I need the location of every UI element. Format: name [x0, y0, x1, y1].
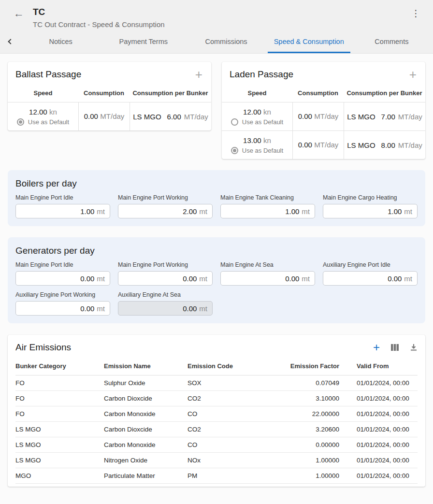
radio-checked-icon[interactable] — [17, 118, 24, 126]
col-header-emission-code: Emission Code — [188, 357, 279, 375]
speed-cell[interactable]: 12.00 kn Use as Default — [222, 102, 292, 130]
table-row[interactable]: LS MGO Carbon Dioxcide CO2 3.20600 01/01… — [15, 422, 418, 437]
col-header-speed: Speed — [222, 89, 292, 97]
gen-main-engine-port-idle-input[interactable]: 0.00mt — [15, 271, 110, 286]
back-arrow-icon[interactable]: ← — [14, 8, 24, 19]
use-as-default-radio[interactable]: Use as Default — [17, 118, 69, 126]
field-gen-main-engine-at-sea: Main Engine At Sea 0.00mt — [220, 261, 315, 286]
tab-bar: Notices Payment Terms Commissions Speed … — [0, 30, 433, 53]
col-header-emission-factor: Emission Factor — [279, 357, 339, 375]
laden-passage-card: Laden Passage + Speed Consumption Consum… — [222, 62, 425, 159]
field-boilers-main-engine-port-idle: Main Engine Port Idle 1.00mt — [15, 194, 110, 218]
generators-per-day-section: Generators per day Main Engine Port Idle… — [8, 237, 425, 323]
page-subtitle: TC Out Contract - Speed & Consumption — [33, 20, 408, 29]
laden-passage-title: Laden Passage — [230, 69, 293, 80]
use-as-default-radio[interactable]: Use as Default — [231, 147, 283, 154]
gen-main-engine-port-working-input[interactable]: 0.00mt — [118, 271, 213, 286]
table-row[interactable]: FO Carbon Monoxide CO 22.00000 01/01/202… — [15, 406, 418, 422]
col-header-consumption-per-bunker: Consumption per Bunker — [130, 89, 211, 97]
ballast-passage-title: Ballast Passage — [15, 69, 81, 80]
field-gen-auxiliary-engine-port-idle: Auxiliary Engine Port Idle 0.00mt — [323, 261, 418, 286]
tab-commissions[interactable]: Commissions — [185, 30, 267, 53]
field-gen-auxiliary-engine-port-working: Auxiliary Engine Port Working 0.00mt — [15, 291, 110, 316]
chevron-left-icon — [8, 39, 13, 44]
tab-notices[interactable]: Notices — [19, 30, 102, 53]
col-header-valid-from: Valid From — [339, 357, 418, 375]
col-header-consumption-per-bunker: Consumption per Bunker — [344, 89, 425, 97]
tab-comments[interactable]: Comments — [350, 30, 433, 53]
laden-row-1: 12.00 kn Use as Default 0.00 MT/day — [222, 102, 425, 130]
consumption-per-bunker-cell[interactable]: LS MGO 8.00 MT/day — [344, 131, 425, 159]
boilers-title: Boilers per day — [15, 178, 418, 189]
column-settings-icon[interactable] — [390, 344, 399, 351]
boilers-main-engine-cargo-heating-input[interactable]: 1.00mt — [323, 204, 418, 218]
table-row[interactable]: FO Sulphur Oxide SOX 0.07049 01/01/2024,… — [15, 375, 418, 391]
field-boilers-main-engine-port-working: Main Engine Port Working 2.00mt — [118, 194, 213, 218]
add-emission-icon[interactable]: + — [373, 342, 380, 353]
field-boilers-main-engine-tank-cleaning: Main Engine Tank Cleaning 1.00mt — [220, 194, 315, 218]
field-boilers-main-engine-cargo-heating: Main Engine Cargo Heating 1.00mt — [323, 194, 418, 218]
gen-main-engine-at-sea-input[interactable]: 0.00mt — [220, 271, 315, 286]
table-row[interactable]: FO Carbon Dioxcide CO2 3.10000 01/01/202… — [15, 391, 418, 406]
col-header-bunker-category: Bunker Category — [15, 357, 104, 375]
consumption-cell[interactable]: 0.00 MT/day — [292, 131, 344, 159]
col-header-emission-name: Emission Name — [104, 357, 188, 375]
consumption-cell[interactable]: 0.00 MT/day — [78, 102, 130, 130]
air-emissions-title: Air Emissions — [15, 342, 71, 353]
speed-cell[interactable]: 12.00 kn Use as Default — [8, 102, 78, 130]
download-icon[interactable] — [410, 344, 418, 351]
ballast-passage-card: Ballast Passage + Speed Consumption Cons… — [8, 62, 211, 130]
app-bar: ← TC TC Out Contract - Speed & Consumpti… — [0, 0, 433, 30]
field-gen-main-engine-port-idle: Main Engine Port Idle 0.00mt — [15, 261, 110, 286]
col-header-speed: Speed — [8, 89, 78, 97]
boilers-main-engine-port-idle-input[interactable]: 1.00mt — [15, 204, 110, 218]
ballast-passage-table: Speed Consumption Consumption per Bunker… — [8, 82, 211, 130]
top-bar: ← TC TC Out Contract - Speed & Consumpti… — [0, 0, 433, 54]
col-header-consumption: Consumption — [292, 89, 344, 97]
page-content: Ballast Passage + Speed Consumption Cons… — [0, 54, 433, 487]
add-laden-speed-icon[interactable]: + — [408, 69, 418, 80]
table-row[interactable]: MGO Particulate Matter PM 1.00000 01/01/… — [15, 468, 418, 484]
gen-auxiliary-engine-port-working-input[interactable]: 0.00mt — [15, 301, 110, 316]
consumption-cell[interactable]: 0.00 MT/day — [292, 102, 344, 130]
speed-cell[interactable]: 13.00 kn Use as Default — [222, 131, 292, 159]
col-header-consumption: Consumption — [78, 89, 130, 97]
gen-auxiliary-engine-at-sea-input: 0.00mt — [118, 301, 213, 316]
consumption-per-bunker-cell[interactable]: LS MGO 6.00 MT/day — [130, 102, 211, 130]
air-emissions-table: Bunker Category Emission Name Emission C… — [15, 357, 418, 484]
table-row[interactable]: LS MGO Carbon Monoxide CO 0.00000 01/01/… — [15, 437, 418, 453]
gen-auxiliary-engine-port-idle-input[interactable]: 0.00mt — [323, 271, 418, 286]
field-gen-main-engine-port-working: Main Engine Port Working 0.00mt — [118, 261, 213, 286]
boilers-per-day-section: Boilers per day Main Engine Port Idle 1.… — [8, 170, 425, 226]
title-block: TC TC Out Contract - Speed & Consumption — [33, 7, 408, 29]
tab-speed-and-consumption[interactable]: Speed & Consumption — [268, 30, 350, 53]
page-title: TC — [33, 7, 408, 17]
generators-title: Generators per day — [15, 245, 418, 257]
use-as-default-radio[interactable]: Use as Default — [231, 118, 283, 126]
more-menu-icon[interactable]: ⋮ — [408, 7, 423, 20]
field-gen-auxiliary-engine-at-sea: Auxiliary Engine At Sea 0.00mt — [118, 291, 213, 316]
radio-unchecked-icon[interactable] — [231, 118, 238, 126]
air-emissions-card: Air Emissions + — [8, 335, 425, 487]
tabs-scroll-left-button[interactable] — [0, 30, 19, 53]
boilers-main-engine-port-working-input[interactable]: 2.00mt — [118, 204, 213, 218]
add-ballast-speed-icon[interactable]: + — [194, 69, 203, 80]
table-row[interactable]: LS MGO Nitrogen Oxide NOx 1.00000 01/01/… — [15, 453, 418, 468]
boilers-main-engine-tank-cleaning-input[interactable]: 1.00mt — [220, 204, 315, 218]
laden-row-2: 13.00 kn Use as Default 0.00 MT/day — [222, 130, 425, 159]
laden-passage-table: Speed Consumption Consumption per Bunker… — [222, 82, 425, 159]
tab-payment-terms[interactable]: Payment Terms — [102, 30, 185, 53]
ballast-row-1: 12.00 kn Use as Default 0.00 MT/day — [8, 102, 211, 130]
radio-checked-icon[interactable] — [231, 147, 238, 154]
consumption-per-bunker-cell[interactable]: LS MGO 7.00 MT/day — [344, 102, 425, 130]
